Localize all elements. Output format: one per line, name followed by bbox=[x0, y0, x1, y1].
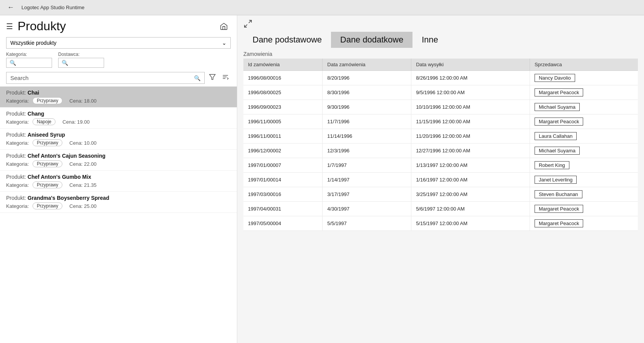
table-cell: 1/13/1997 12:00:00 AM bbox=[411, 158, 530, 173]
app-title: Logotec App Studio Runtime bbox=[21, 5, 85, 10]
table-cell: 1997/01/00007 bbox=[243, 158, 323, 173]
table-row[interactable]: 1996/09/000239/30/199610/10/1996 12:00:0… bbox=[243, 100, 638, 114]
category-badge: Przyprawy bbox=[33, 181, 62, 188]
tab-dane-dodatkowe[interactable]: Dane dodatkowe bbox=[331, 32, 412, 48]
table-cell: 8/26/1996 12:00:00 AM bbox=[411, 71, 530, 85]
table-row[interactable]: 1996/08/000258/30/19969/5/1996 12:00:00 … bbox=[243, 85, 638, 100]
product-name: Chef Anton's Cajun Seasoning bbox=[28, 153, 106, 159]
dropdown-row: Wszystkie produkty ⌄ bbox=[0, 36, 237, 50]
category-badge: Napoje bbox=[33, 118, 55, 125]
titlebar: ← Logotec App Studio Runtime bbox=[0, 0, 644, 15]
product-name: Chang bbox=[28, 111, 44, 117]
product-details: Kategoria: Przyprawy Cena: 18.00 bbox=[6, 97, 231, 104]
table-col-header: Id zamówienia bbox=[243, 59, 323, 71]
produkt-label: Produkt: bbox=[6, 153, 26, 159]
produkt-label: Produkt: bbox=[6, 132, 26, 138]
kategoria-search-icon: 🔍 bbox=[10, 60, 16, 66]
search-bar-row: Search 🔍 bbox=[0, 69, 237, 87]
seller-cell: Margaret Peacock bbox=[530, 216, 638, 231]
panel-header bbox=[237, 15, 644, 32]
table-row[interactable]: 1996/11/0000511/7/199611/15/1996 12:00:0… bbox=[243, 114, 638, 129]
seller-cell: Robert King bbox=[530, 158, 638, 173]
table-col-header: Data wysyłki bbox=[411, 59, 530, 71]
product-list: Produkt: Chai Kategoria: Przyprawy Cena:… bbox=[0, 87, 237, 343]
table-row[interactable]: 1997/05/000045/5/19975/15/1997 12:00:00 … bbox=[243, 216, 638, 231]
list-item[interactable]: Produkt: Chef Anton's Gumbo Mix Kategori… bbox=[0, 171, 237, 192]
category-badge: Przyprawy bbox=[33, 139, 62, 146]
table-header: Id zamówieniaData zamówieniaData wysyłki… bbox=[243, 59, 638, 71]
table-cell: 5/15/1997 12:00:00 AM bbox=[411, 216, 530, 231]
search-icon: 🔍 bbox=[194, 75, 201, 81]
right-panel: Dane podstawoweDane dodatkoweInne Zamowi… bbox=[237, 15, 644, 343]
kategoria-row-label: Kategoria: bbox=[6, 161, 29, 167]
table-cell: 4/30/1997 bbox=[323, 202, 411, 216]
table-cell: 9/5/1996 12:00:00 AM bbox=[411, 85, 530, 100]
seller-badge: Robert King bbox=[535, 161, 569, 169]
product-name: Grandma's Boysenberry Spread bbox=[28, 195, 109, 201]
sort-icon[interactable] bbox=[220, 72, 231, 84]
kategoria-filter: Kategoria: 🔍 bbox=[6, 52, 52, 68]
dostawca-filter: Dostawca: 🔍 bbox=[58, 52, 104, 68]
kategoria-input[interactable]: 🔍 bbox=[6, 58, 52, 68]
home-button[interactable] bbox=[217, 20, 231, 33]
table-row[interactable]: 1996/08/000168/20/19968/26/1996 12:00:00… bbox=[243, 71, 638, 85]
filter-icon[interactable] bbox=[207, 72, 218, 84]
table-cell: 8/30/1996 bbox=[323, 85, 411, 100]
tab-dane-podstawowe[interactable]: Dane podstawowe bbox=[243, 32, 331, 48]
seller-badge: Margaret Peacock bbox=[535, 88, 584, 96]
table-row[interactable]: 1997/03/000163/17/19973/25/1997 12:00:00… bbox=[243, 187, 638, 202]
dostawca-label: Dostawca: bbox=[58, 52, 104, 57]
produkt-label: Produkt: bbox=[6, 174, 26, 180]
table-row[interactable]: 1997/01/000141/14/19971/16/1997 12:00:00… bbox=[243, 173, 638, 187]
svg-line-4 bbox=[249, 20, 251, 23]
seller-cell: Laura Callahan bbox=[530, 129, 638, 144]
products-dropdown[interactable]: Wszystkie produkty ⌄ bbox=[6, 37, 231, 49]
seller-cell: Michael Suyama bbox=[530, 100, 638, 114]
tabs-row: Dane podstawoweDane dodatkoweInne bbox=[237, 32, 644, 48]
dostawca-input[interactable]: 🔍 bbox=[58, 58, 104, 68]
dostawca-search-icon: 🔍 bbox=[62, 60, 68, 66]
price-label: Cena: 21.35 bbox=[69, 182, 96, 188]
table-row[interactable]: 1997/04/000314/30/19975/6/1997 12:00:00 … bbox=[243, 202, 638, 216]
table-row[interactable]: 1997/01/000071/7/19971/13/1997 12:00:00 … bbox=[243, 158, 638, 173]
price-label: Cena: 19.00 bbox=[62, 119, 90, 125]
table-cell: 5/6/1997 12:00:00 AM bbox=[411, 202, 530, 216]
dropdown-value: Wszystkie produkty bbox=[10, 40, 57, 46]
produkt-label: Produkt: bbox=[6, 90, 26, 96]
seller-cell: Margaret Peacock bbox=[530, 202, 638, 216]
table-cell: 1997/04/00031 bbox=[243, 202, 323, 216]
product-name-row: Produkt: Chang bbox=[6, 111, 231, 117]
table-row[interactable]: 1996/11/0001111/14/199611/20/1996 12:00:… bbox=[243, 129, 638, 144]
list-item[interactable]: Produkt: Aniseed Syrup Kategoria: Przypr… bbox=[0, 129, 237, 150]
back-button[interactable]: ← bbox=[5, 2, 17, 14]
product-name-row: Produkt: Aniseed Syrup bbox=[6, 132, 231, 138]
product-details: Kategoria: Przyprawy Cena: 22.00 bbox=[6, 160, 231, 167]
product-name-row: Produkt: Chef Anton's Cajun Seasoning bbox=[6, 153, 231, 159]
seller-badge: Janet Leverling bbox=[535, 176, 577, 184]
table-cell: 3/25/1997 12:00:00 AM bbox=[411, 187, 530, 202]
table-body: 1996/08/000168/20/19968/26/1996 12:00:00… bbox=[243, 71, 638, 231]
list-item[interactable]: Produkt: Chang Kategoria: Napoje Cena: 1… bbox=[0, 108, 237, 129]
table-row[interactable]: 1996/12/0000212/3/199612/27/1996 12:00:0… bbox=[243, 144, 638, 158]
expand-icon[interactable] bbox=[243, 19, 253, 30]
kategoria-row-label: Kategoria: bbox=[6, 98, 29, 104]
search-placeholder: Search bbox=[10, 75, 29, 81]
orders-table: Id zamówieniaData zamówieniaData wysyłki… bbox=[243, 59, 638, 231]
table-cell: 1996/12/00002 bbox=[243, 144, 323, 158]
tab-inne[interactable]: Inne bbox=[412, 32, 447, 48]
product-name-row: Produkt: Chai bbox=[6, 90, 231, 96]
table-cell: 1997/05/00004 bbox=[243, 216, 323, 231]
seller-cell: Margaret Peacock bbox=[530, 85, 638, 100]
search-box[interactable]: Search 🔍 bbox=[6, 72, 205, 84]
table-col-header: Sprzedawca bbox=[530, 59, 638, 71]
hamburger-icon[interactable]: ☰ bbox=[6, 22, 13, 31]
table-cell: 9/30/1996 bbox=[323, 100, 411, 114]
table-cell: 11/15/1996 12:00:00 AM bbox=[411, 114, 530, 129]
table-cell: 11/14/1996 bbox=[323, 129, 411, 144]
kategoria-row-label: Kategoria: bbox=[6, 140, 29, 146]
list-item[interactable]: Produkt: Grandma's Boysenberry Spread Ka… bbox=[0, 192, 237, 213]
list-item[interactable]: Produkt: Chef Anton's Cajun Seasoning Ka… bbox=[0, 150, 237, 171]
table-cell: 1/16/1997 12:00:00 AM bbox=[411, 173, 530, 187]
table-cell: 3/17/1997 bbox=[323, 187, 411, 202]
list-item[interactable]: Produkt: Chai Kategoria: Przyprawy Cena:… bbox=[0, 87, 237, 108]
